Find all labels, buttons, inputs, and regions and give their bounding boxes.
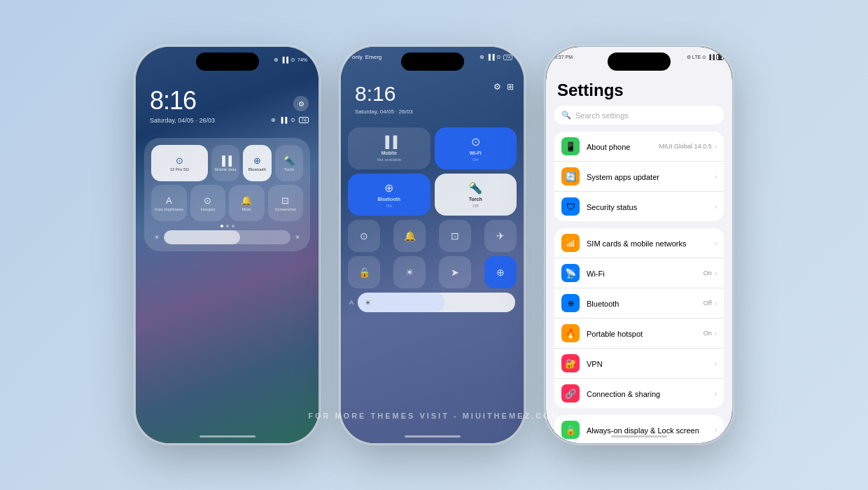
cc-wifi-tile[interactable]: ⊙ Wi-Fi On <box>435 127 517 169</box>
brightness-bar-cc[interactable]: ☀ <box>358 293 515 312</box>
hotspot-chevron: › <box>715 330 717 337</box>
small-direction-icon: ➤ <box>451 267 459 278</box>
cc-small-direction[interactable]: ➤ <box>439 256 471 288</box>
cc-small-plane[interactable]: ✈ <box>484 220 517 252</box>
phone2-time: 8:16 <box>355 82 396 106</box>
small-wifi-icon: ⊙ <box>360 230 368 241</box>
mobile-icon: ▐▐ <box>381 136 397 148</box>
settings-search-bar[interactable]: 🔍 Search settings <box>554 106 724 125</box>
signal-icon: ▐▐ <box>281 57 288 63</box>
screenshot-icon: ⊡ <box>281 195 289 206</box>
p3-battery: █ <box>716 54 724 60</box>
security-status-item[interactable]: 🛡 Security status › <box>554 192 724 221</box>
wifi-settings-label: Wi-Fi <box>587 270 605 278</box>
control-center-grid: ▐▐ Mobile Not available ⊙ Wi-Fi On ⊕ Blu… <box>348 127 517 312</box>
dot-1 <box>220 225 223 227</box>
cc-small-access[interactable]: ⊕ <box>484 256 517 288</box>
settings-icon-cc[interactable]: ⚙ <box>493 82 501 92</box>
about-phone-item[interactable]: 📱 About phone MIUI Global 14.0.5 › <box>554 132 724 162</box>
sim-chevron: › <box>715 239 717 247</box>
mute-icon: 🔔 <box>241 195 252 206</box>
dot-3 <box>232 225 234 227</box>
small-plane-icon: ✈ <box>496 230 505 241</box>
qp-torch-tile[interactable]: 🔦 Torch <box>275 145 303 181</box>
aod-item[interactable]: 🔒 Always-on display & Lock screen › <box>554 415 724 443</box>
phone-1: ⊕ ▐▐ ⊙ 74% ⚙ 8:16 Saturday, 04/05 · 26/0… <box>134 46 320 444</box>
phone1-home-bar[interactable] <box>200 435 255 438</box>
security-status-icon: 🛡 <box>561 197 580 216</box>
brightness-icon-tile: A <box>166 195 172 206</box>
brightness-fill <box>164 230 240 244</box>
hotspot-settings-item[interactable]: 🔥 Portable hotspot On › <box>554 318 724 349</box>
bluetooth-settings-item[interactable]: ⊕ Bluetooth Off › <box>554 288 724 318</box>
about-phone-icon: 📱 <box>561 137 580 155</box>
settings-shortcut-icon[interactable]: ⚙ <box>293 96 309 111</box>
bluetooth-value: Off <box>704 300 712 307</box>
qp-brightness-tile[interactable]: A Auto brightness <box>151 185 187 221</box>
connection-sharing-icon: 🔗 <box>561 384 580 402</box>
cc-bluetooth-tile[interactable]: ⊕ Bluetooth On <box>348 174 430 216</box>
cc-torch-tile[interactable]: 🔦 Torch Off <box>435 174 517 216</box>
qp-data-tile[interactable]: ▐▐ Mobile data <box>211 145 239 181</box>
phone1-lockscreen: ⊕ ▐▐ ⊙ 74% ⚙ 8:16 Saturday, 04/05 · 26/0… <box>136 47 318 443</box>
qp-hotspot-tile[interactable]: ⊙ Hotspot <box>190 185 226 221</box>
phone1-quick-panel: ⊙ 12 Pro 5G ▐▐ Mobile data ⊕ Bluetooth 🔦… <box>144 138 310 251</box>
hotspot-icon: ⊙ <box>204 195 211 206</box>
brightness-label: A <box>349 299 354 306</box>
bluetooth-chevron: › <box>715 300 717 307</box>
system-apps-item[interactable]: 🔄 System apps updater › <box>554 162 724 192</box>
battery-status: 74 <box>503 55 512 60</box>
bluetooth-toggle-icon: ⊕ <box>253 155 261 166</box>
vpn-settings-item[interactable]: 🔐 VPN › <box>554 349 724 379</box>
connection-sharing-chevron: › <box>715 390 717 398</box>
cc-small-brightness[interactable]: ☀ <box>393 256 426 288</box>
phone-2: only Emerg ⊕ ▐▐ ⊙ 74 8:16 Saturday, 04/0… <box>340 46 525 444</box>
qp-bluetooth-tile[interactable]: ⊕ Bluetooth <box>243 145 271 181</box>
phone3-home-bar[interactable] <box>611 435 667 438</box>
bluetooth-status-icon: ⊕ <box>274 57 279 63</box>
wifi-icon: ⊙ <box>290 57 295 63</box>
bt-status: ⊕ <box>479 54 484 60</box>
network-status: only <box>352 54 363 60</box>
cc-row-3: ⊙ 🔔 ⊡ ✈ <box>348 220 517 252</box>
cc-small-wifi[interactable]: ⊙ <box>348 220 380 252</box>
dot-2 <box>226 225 229 227</box>
brightness-low-icon: ☀ <box>154 234 160 241</box>
grid-icon-cc[interactable]: ⊞ <box>507 82 514 92</box>
connection-sharing-item[interactable]: 🔗 Connection & sharing › <box>554 379 724 408</box>
cc-small-crop[interactable]: ⊡ <box>439 220 471 252</box>
brightness-slider[interactable] <box>164 230 290 244</box>
phone2-brightness: A ☀ <box>348 293 517 312</box>
cc-mobile-tile[interactable]: ▐▐ Mobile Not available <box>348 127 430 169</box>
cc-small-lock[interactable]: 🔒 <box>348 256 380 288</box>
signal-icon2: ▐▐ <box>279 117 287 123</box>
qp-mute-tile[interactable]: 🔔 Mute <box>229 185 265 221</box>
phone2-home-bar[interactable] <box>405 435 461 438</box>
phone2-status-bar: only Emerg ⊕ ▐▐ ⊙ 74 <box>352 54 512 60</box>
search-icon: 🔍 <box>561 111 571 120</box>
about-phone-badge: MIUI Global 14.0.5 <box>659 143 712 150</box>
p3-settings-dot: ⚙ <box>687 55 691 60</box>
qp-screenshot-tile[interactable]: ⊡ Screenshot <box>268 185 304 221</box>
p3-lte: LTE <box>692 55 701 59</box>
phone2-date: Saturday, 04/05 · 26/03 <box>355 108 413 115</box>
signal-bars: ▐▐ <box>486 54 494 60</box>
wifi-settings-item[interactable]: 📡 Wi-Fi On › <box>554 258 724 288</box>
small-access-icon: ⊕ <box>496 267 505 278</box>
torch-cc-icon: 🔦 <box>468 181 482 195</box>
settings-scroll-area: Settings 🔍 Search settings 📱 About phone… <box>546 72 732 443</box>
system-apps-label: System apps updater <box>587 173 659 181</box>
security-status-label: Security status <box>587 203 637 211</box>
p2-status-left: only Emerg <box>352 54 382 60</box>
hotspot-settings-icon: 🔥 <box>561 324 580 342</box>
sim-cards-item[interactable]: 📶 SIM cards & mobile networks › <box>554 228 724 258</box>
qp-row-1: ⊙ 12 Pro 5G ▐▐ Mobile data ⊕ Bluetooth 🔦… <box>151 145 303 181</box>
security-status-chevron: › <box>715 203 717 211</box>
aod-chevron: › <box>715 426 717 434</box>
cc-small-bell[interactable]: 🔔 <box>393 220 426 252</box>
wifi-icon2: ⊙ <box>290 117 295 123</box>
phone1-date: Saturday, 04/05 · 26/03 <box>150 117 215 124</box>
qp-wifi-tile[interactable]: ⊙ 12 Pro 5G <box>151 145 208 181</box>
p2-status-right: ⊕ ▐▐ ⊙ 74 <box>479 54 512 60</box>
watermark-text: FOR MORE THEMES VISIT - MIUITHEMEZ.COM <box>308 412 560 420</box>
